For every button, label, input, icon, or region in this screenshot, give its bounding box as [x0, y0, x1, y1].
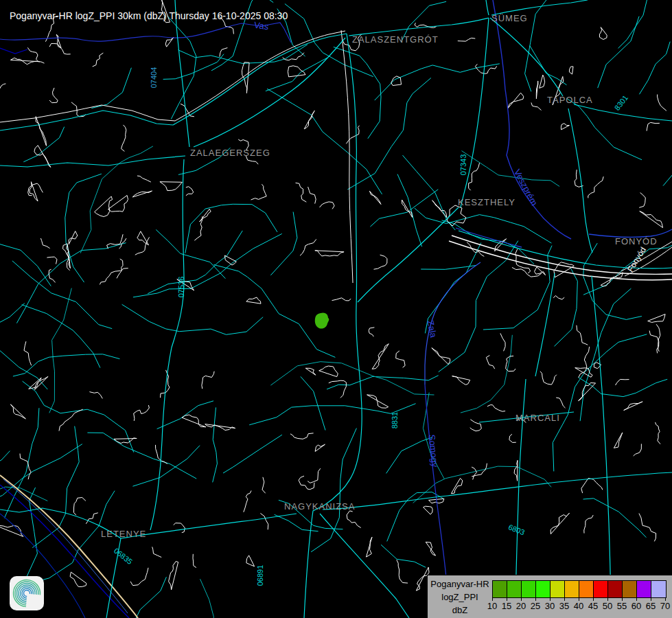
city-label-letenye: LETENYE: [101, 529, 146, 539]
colorbar-cell: [507, 581, 522, 597]
city-label-keszthely: KESZTHELY: [458, 197, 515, 207]
colorbar-tick-label: 55: [614, 601, 629, 611]
colorbar-cell: [637, 581, 651, 597]
colorbar-cell: [551, 581, 565, 597]
colorbar-cell: [623, 581, 637, 597]
colorbar-cell: [651, 581, 666, 597]
road-number-label: 06835: [113, 547, 134, 566]
colorbar-tick-label: 50: [600, 601, 615, 611]
colorbar-tick-label: 65: [643, 601, 658, 611]
colorbar-tick-label: 60: [629, 601, 644, 611]
legend-product-name: logZ_PPI: [428, 591, 492, 604]
road-number-label: 06891: [256, 565, 264, 586]
colorbar-cell: [536, 581, 551, 597]
colorbar-tick-label: 25: [528, 601, 543, 611]
road-number-label: 07404: [150, 67, 158, 89]
colorbar-tick-label: 20: [513, 601, 529, 611]
road-number-label: 8301: [613, 93, 630, 112]
map-title: Poganyvar-HR logZ_PPI 30km (dbZ) Thursda…: [10, 10, 288, 21]
city-label-zalaegerszeg: ZALAEGERSZEG: [190, 148, 270, 158]
radar-echo: [315, 312, 329, 328]
colorbar-cell: [565, 581, 579, 597]
county-label: Zala: [425, 319, 439, 339]
colorbar-tick-label: 40: [571, 601, 586, 611]
radar-map-canvas: 07404 07536 07343 8301 8831 06835 6803 0…: [0, 0, 672, 618]
county-label: Somogy: [427, 434, 441, 468]
city-label-tapolca: TAPOLCA: [547, 95, 593, 105]
colorbar-tick-label: 30: [542, 601, 557, 611]
legend-radar-name: Poganyvar-HR: [428, 577, 492, 591]
county-label: Vas: [253, 20, 270, 32]
road-number-label: 6803: [507, 523, 526, 536]
legend-panel: Poganyvar-HR logZ_PPI dbZ 10152025303540…: [427, 575, 672, 618]
county-label: Veszprém: [512, 168, 540, 207]
colorbar-cell: [579, 581, 594, 597]
road-number-label: 07343: [459, 154, 467, 176]
city-label-zalaszentgrot: ZALASZENTGRÓT: [352, 34, 439, 45]
colorbar-cell: [594, 581, 608, 597]
city-label-nagykanizsa: NAGYKANIZSA: [284, 501, 355, 512]
legend-title-block: Poganyvar-HR logZ_PPI dbZ: [428, 577, 492, 617]
railway-station-label: Fonyód: [625, 245, 648, 273]
road-number-label: 07536: [177, 277, 185, 298]
colorbar-cell: [608, 581, 623, 597]
colorbar-tick-label: 15: [499, 601, 514, 611]
met-logo[interactable]: [10, 576, 44, 610]
city-label-fonyod: FONYÓD: [615, 236, 658, 247]
city-label-sumeg: SÜMEG: [491, 13, 528, 23]
colorbar-tick-label: 10: [485, 601, 500, 611]
road-number-label: 8831: [391, 412, 399, 428]
colorbar-cell: [493, 581, 507, 597]
road-labels-layer: 07404 07536 07343 8301 8831 06835 6803 0…: [113, 67, 629, 586]
colorbar-cell: [522, 581, 536, 597]
radar-viewer: 07404 07536 07343 8301 8831 06835 6803 0…: [0, 0, 672, 618]
met-spiral-icon: [10, 576, 44, 610]
colorbar-tick-label: 45: [586, 601, 601, 611]
legend-unit: dbZ: [428, 604, 492, 617]
minor-roads-layer: [0, 0, 672, 618]
colorbar-tick-label: 70: [658, 601, 672, 611]
city-label-marcali: MARCALI: [515, 413, 560, 423]
colorbar-tick-label: 35: [557, 601, 572, 611]
colorbar: [492, 580, 667, 598]
